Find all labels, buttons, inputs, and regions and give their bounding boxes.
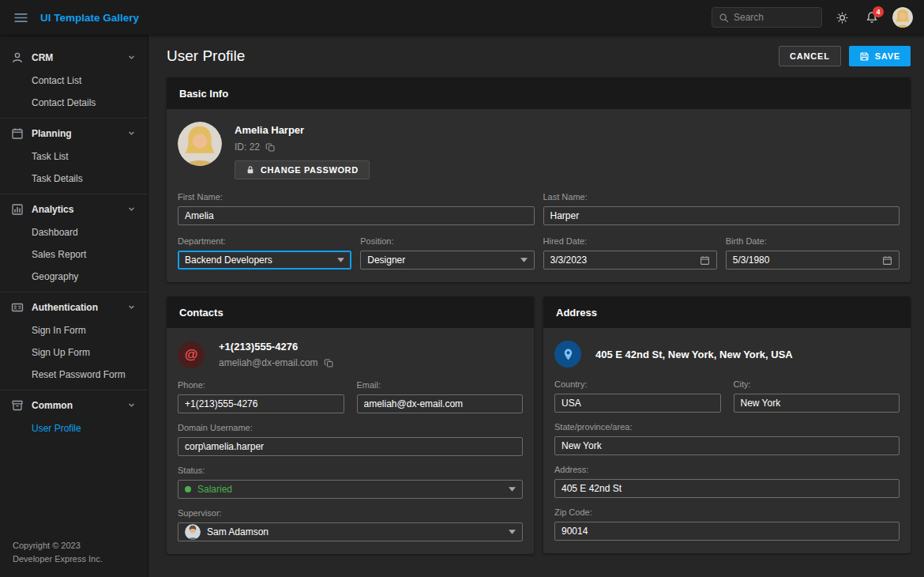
sidebar-section-crm: CRM Contact List Contact Details: [0, 43, 148, 118]
field-hired-date: Hired Date: 3/3/2023: [543, 236, 717, 270]
field-last-name: Last Name:: [543, 192, 900, 225]
sidebar-item-task-details[interactable]: Task Details: [0, 168, 148, 190]
city-input[interactable]: [734, 394, 900, 413]
page-title: User Profile: [167, 47, 245, 65]
app-root: UI Template Gallery 4 CRM: [0, 0, 924, 577]
save-button[interactable]: SAVE: [849, 46, 911, 66]
id-card-icon: [11, 301, 24, 314]
cancel-button[interactable]: CANCEL: [779, 46, 841, 66]
field-country: Country:: [554, 379, 721, 413]
sidebar-item-user-profile[interactable]: User Profile: [0, 417, 148, 439]
page-header: User Profile CANCEL SAVE: [167, 46, 911, 66]
field-address: Address:: [554, 465, 900, 498]
field-phone: Phone:: [178, 380, 344, 413]
field-birth-date: Birth Date: 5/3/1980: [726, 236, 900, 270]
sidebar-item-sign-up-form[interactable]: Sign Up Form: [0, 341, 148, 364]
field-label: Email:: [357, 380, 524, 390]
sidebar-section-header-analytics[interactable]: Analytics: [0, 197, 148, 221]
theme-toggle-button[interactable]: [833, 9, 851, 27]
sun-icon: [836, 12, 848, 24]
field-label: Position:: [360, 236, 534, 246]
phone-input[interactable]: [178, 394, 344, 413]
section-label: Analytics: [32, 204, 73, 215]
first-name-input[interactable]: [178, 206, 535, 225]
contacts-card-title: Contacts: [167, 296, 534, 328]
box-icon: [11, 399, 24, 412]
calendar-icon: [700, 255, 710, 266]
menu-toggle-button[interactable]: [11, 9, 31, 26]
notifications-button[interactable]: 4: [862, 8, 881, 27]
calendar-icon: [882, 255, 892, 266]
sidebar-item-reset-password-form[interactable]: Reset Password Form: [0, 364, 148, 386]
search-icon: [719, 13, 729, 23]
chevron-down-icon: [337, 258, 344, 262]
sidebar-item-contact-list[interactable]: Contact List: [0, 70, 148, 92]
status-value: Salaried: [197, 484, 502, 495]
save-icon: [859, 51, 870, 62]
field-zip: Zip Code:: [554, 507, 900, 541]
field-label: Department:: [178, 236, 351, 246]
chevron-down-icon: [126, 52, 137, 62]
domain-username-input[interactable]: [178, 437, 523, 456]
field-label: Address:: [554, 465, 900, 474]
sidebar-section-planning: Planning Task List Task Details: [0, 118, 148, 194]
email-input[interactable]: [357, 394, 524, 413]
field-label: Birth Date:: [726, 236, 900, 246]
search-input[interactable]: [734, 12, 815, 23]
supervisor-select[interactable]: Sam Adamson: [178, 522, 523, 541]
copy-icon[interactable]: [324, 358, 334, 368]
field-label: Country:: [554, 379, 721, 389]
field-label: Hired Date:: [543, 236, 717, 246]
sidebar-section-header-crm[interactable]: CRM: [0, 45, 148, 70]
calendar-icon: [11, 127, 24, 140]
department-select[interactable]: Backend Developers: [178, 251, 351, 270]
topbar-actions: 4: [712, 7, 913, 28]
email-display: ameliah@dx-email.com: [219, 357, 318, 368]
sidebar-item-sign-in-form[interactable]: Sign In Form: [0, 319, 148, 341]
sidebar-section-header-planning[interactable]: Planning: [0, 121, 148, 145]
field-department: Department: Backend Developers: [178, 236, 351, 270]
lock-icon: [246, 165, 255, 175]
hired-date-input[interactable]: 3/3/2023: [543, 251, 717, 270]
status-select[interactable]: Salaried: [178, 480, 523, 499]
chart-icon: [11, 203, 24, 216]
chevron-down-icon: [509, 487, 516, 492]
sidebar-item-dashboard[interactable]: Dashboard: [0, 221, 148, 243]
position-select[interactable]: Designer: [360, 251, 534, 270]
zip-input[interactable]: [554, 522, 900, 541]
chevron-down-icon: [126, 302, 137, 312]
state-input[interactable]: [554, 436, 900, 455]
field-label: Supervisor:: [178, 508, 523, 518]
sidebar-item-geography[interactable]: Geography: [0, 266, 148, 288]
profile-name: Amelia Harper: [235, 124, 370, 136]
field-domain-username: Domain Username:: [178, 423, 523, 456]
copy-icon[interactable]: [265, 142, 276, 153]
sidebar-section-header-authentication[interactable]: Authentication: [0, 295, 148, 319]
supervisor-value: Sam Adamson: [207, 526, 502, 537]
address-input[interactable]: [554, 479, 900, 498]
sidebar-item-sales-report[interactable]: Sales Report: [0, 243, 148, 266]
birth-date-input[interactable]: 5/3/1980: [726, 251, 900, 270]
country-input[interactable]: [554, 394, 721, 413]
sidebar-item-contact-details[interactable]: Contact Details: [0, 92, 148, 114]
section-label: Planning: [32, 128, 72, 139]
section-label: CRM: [32, 52, 53, 63]
location-pin-icon: [554, 341, 581, 368]
sidebar-section-header-common[interactable]: Common: [0, 393, 148, 417]
chevron-down-icon: [126, 128, 137, 138]
search-box[interactable]: [712, 7, 822, 28]
sidebar: CRM Contact List Contact Details Plannin…: [0, 35, 148, 577]
user-avatar[interactable]: [892, 7, 913, 28]
last-name-input[interactable]: [543, 206, 900, 225]
notification-badge: 4: [873, 6, 884, 17]
change-password-button[interactable]: CHANGE PASSWORD: [235, 160, 370, 179]
phone-display: +1(213)555-4276: [219, 341, 334, 353]
field-city: City:: [734, 379, 900, 413]
section-label: Authentication: [32, 302, 98, 313]
main-content: User Profile CANCEL SAVE Basic Info: [148, 35, 924, 577]
field-state: State/province/area:: [554, 422, 900, 455]
hamburger-icon: [14, 13, 28, 23]
contacts-summary: @ +1(213)555-4276 ameliah@dx-email.com: [178, 341, 523, 368]
sidebar-item-task-list[interactable]: Task List: [0, 145, 148, 168]
profile-id: ID: 22: [235, 141, 260, 153]
